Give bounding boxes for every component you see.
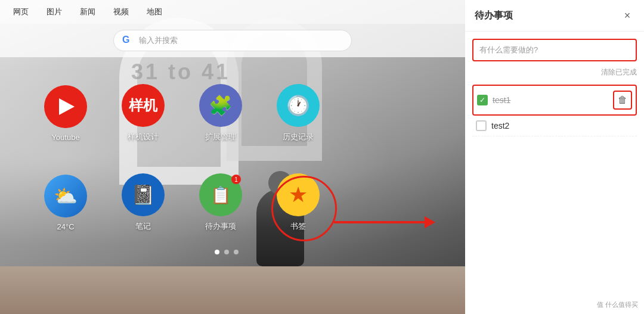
clock-icon: 🕐 <box>286 94 310 117</box>
notes-emoji-icon: 📓 <box>131 184 155 206</box>
panel-header: 待办事项 × <box>465 0 644 32</box>
todo-text-1: test1 <box>493 95 608 105</box>
dot-1[interactable] <box>215 250 219 254</box>
puzzle-icon: 🧩 <box>209 94 233 117</box>
arrow-line <box>334 221 425 223</box>
pagination-dots <box>215 250 239 254</box>
panel-content: 有什么需要做的? 清除已完成 ✓ test1 🗑 test2 <box>465 32 644 314</box>
app-bookmark[interactable]: ★ 书签 <box>262 161 334 244</box>
app-sample[interactable]: 样机 样机设计 <box>107 71 179 155</box>
trash-icon-1: 🗑 <box>618 95 627 105</box>
nav-tab-web[interactable]: 网页 <box>6 4 36 20</box>
ext-label: 扩展管理 <box>205 132 236 142</box>
arrow-indicator <box>334 216 435 228</box>
clear-done-button[interactable]: 清除已完成 <box>472 67 637 77</box>
ext-icon-circle: 🧩 <box>199 84 242 127</box>
app-history[interactable]: 🕐 历史记录 <box>262 71 334 155</box>
todo-badge: 1 <box>231 175 241 184</box>
todo-emoji-icon: 📋 <box>210 185 231 205</box>
delete-button-1[interactable]: 🗑 <box>613 91 632 110</box>
app-todo[interactable]: 📋 1 待办事项 <box>185 161 256 244</box>
hist-label: 历史记录 <box>283 132 314 142</box>
google-logo: G <box>122 35 134 46</box>
app-youtube[interactable]: Youtube <box>30 71 101 155</box>
app-notes[interactable]: 📓 笔记 <box>107 161 179 244</box>
sample-label: 样机设计 <box>128 132 159 142</box>
notes-label: 笔记 <box>135 221 151 232</box>
nav-tab-images[interactable]: 图片 <box>39 4 69 20</box>
sample-icon-circle: 样机 <box>122 84 165 127</box>
weather-label: 24°C <box>57 222 74 231</box>
hist-icon-circle: 🕐 <box>277 84 320 127</box>
dot-2[interactable] <box>224 250 229 254</box>
app-weather[interactable]: ⛅ 24°C <box>30 161 101 244</box>
dot-3[interactable] <box>234 250 239 254</box>
todo-item-1: ✓ test1 🗑 <box>472 85 637 116</box>
sample-icon-text: 样机 <box>129 96 157 115</box>
app-extensions[interactable]: 🧩 扩展管理 <box>185 71 256 155</box>
search-box[interactable]: G 输入并搜索 <box>113 30 352 51</box>
todo-checkbox-1[interactable]: ✓ <box>477 95 488 105</box>
todo-icon-circle: 📋 1 <box>199 173 242 216</box>
todo-input-wrapper[interactable]: 有什么需要做的? <box>472 39 637 61</box>
bookmark-label: 书签 <box>290 221 306 232</box>
app-empty1 <box>340 71 411 155</box>
weather-icon-circle: ⛅ <box>44 175 87 217</box>
nav-tab-map[interactable]: 地图 <box>140 4 169 20</box>
notes-icon-circle: 📓 <box>122 173 165 216</box>
weather-emoji-icon: ⛅ <box>54 185 78 207</box>
youtube-label: Youtube <box>51 133 79 142</box>
close-button[interactable]: × <box>620 8 634 23</box>
arrow-head <box>425 216 435 228</box>
checkmark-icon-1: ✓ <box>479 96 485 104</box>
search-area: G 输入并搜索 <box>0 24 465 57</box>
watermark: 值 什么值得买 <box>597 300 638 309</box>
bookmark-icon-circle: ★ <box>277 173 320 216</box>
browser-nav-bar: 网页 图片 新闻 视频 地图 <box>0 0 465 24</box>
todo-checkbox-2[interactable] <box>476 120 487 131</box>
panel-title: 待办事项 <box>475 10 513 22</box>
todo-item-2: test2 <box>472 116 637 136</box>
app-empty2 <box>340 161 411 244</box>
youtube-play-icon <box>59 98 75 115</box>
youtube-icon-circle <box>44 85 87 128</box>
nav-tab-video[interactable]: 视频 <box>106 4 136 20</box>
nav-tab-news[interactable]: 新闻 <box>73 4 103 20</box>
todo-label: 待办事项 <box>205 221 236 232</box>
star-icon: ★ <box>289 182 308 207</box>
todo-new-input[interactable]: 有什么需要做的? <box>479 45 630 55</box>
todo-panel: 待办事项 × 有什么需要做的? 清除已完成 ✓ test1 🗑 test2 <box>465 0 644 314</box>
todo-text-2: test2 <box>491 121 633 130</box>
search-input[interactable]: 输入并搜索 <box>139 35 343 46</box>
